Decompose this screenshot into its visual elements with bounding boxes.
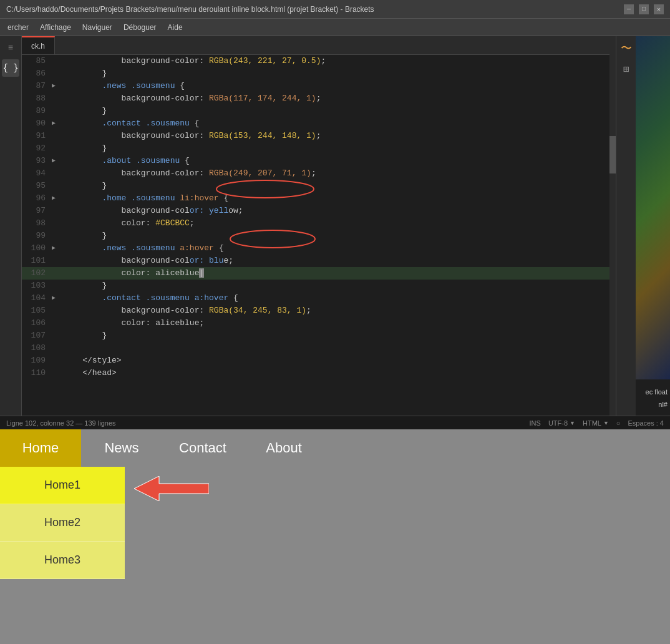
code-line-103: 103 } xyxy=(22,280,609,292)
tab-item[interactable]: ck.h xyxy=(22,36,55,54)
dropdown-home1[interactable]: Home1 xyxy=(0,467,125,504)
code-content: 85 background-color: RGBa(243, 221, 27, … xyxy=(22,55,609,379)
code-line-96: 96 ▶ .home .sousmenu li:hover { xyxy=(22,192,609,205)
line-number: 97 xyxy=(22,205,52,217)
line-code: color: aliceblue| xyxy=(61,267,609,280)
code-line-90: 90 ▶ .contact .sousmenu { xyxy=(22,117,609,130)
code-line-97: 97 background-color: yellow; xyxy=(22,205,609,217)
line-code: } xyxy=(61,230,609,242)
float-text-2: nl# xyxy=(636,398,670,411)
line-code: } xyxy=(61,280,609,292)
dropdown-home2[interactable]: Home2 xyxy=(0,504,125,542)
float-text-1: ec float xyxy=(636,386,670,398)
nav-item-home[interactable]: Home xyxy=(0,429,81,467)
status-language: HTML ▼ xyxy=(583,419,609,427)
line-code: } xyxy=(61,105,609,117)
sidebar-file-icon[interactable]: ≡ xyxy=(2,39,19,57)
line-code: color: aliceblue; xyxy=(61,317,609,329)
line-number: 89 xyxy=(22,105,52,117)
nav-home-label: Home xyxy=(22,440,59,456)
encoding-label: UTF-8 xyxy=(548,419,568,427)
maximize-button[interactable]: □ xyxy=(639,4,649,14)
line-number: 98 xyxy=(22,217,52,230)
line-number: 94 xyxy=(22,167,52,180)
line-code: background-color: RGBa(34, 245, 83, 1); xyxy=(61,305,609,317)
code-line-91: 91 background-color: RGBa(153, 244, 148,… xyxy=(22,130,609,142)
code-line-105: 105 background-color: RGBa(34, 245, 83, … xyxy=(22,305,609,317)
window-controls[interactable]: — □ ✕ xyxy=(624,4,664,14)
line-code: background-color: RGBa(117, 174, 244, 1)… xyxy=(61,92,609,105)
line-number: 86 xyxy=(22,67,52,80)
line-code: background-color: yellow; xyxy=(61,205,609,217)
nav-news-label: News xyxy=(104,440,138,456)
line-code: background-color: RGBa(249, 207, 71, 1); xyxy=(61,167,609,180)
line-number: 95 xyxy=(22,180,52,192)
line-code: .about .sousmenu { xyxy=(61,155,609,167)
line-number: 107 xyxy=(22,329,52,342)
line-number: 91 xyxy=(22,130,52,142)
line-number: 101 xyxy=(22,255,52,267)
line-code: background-color: blue; xyxy=(61,255,609,267)
title-bar: C:/Users/haddo/Documents/Projets Bracket… xyxy=(0,0,670,19)
scrollbar-thumb[interactable] xyxy=(609,136,616,173)
line-number: 93 xyxy=(22,155,52,167)
menu-aide[interactable]: Aide xyxy=(163,21,188,34)
nav-item-contact[interactable]: Contact xyxy=(162,429,243,467)
language-label: HTML xyxy=(583,419,601,427)
code-line-95: 95 } xyxy=(22,180,609,192)
dropdown-area: Home1 Home2 Home3 fa xyxy=(0,467,670,644)
nav-contact-label: Contact xyxy=(179,440,226,456)
line-number: 109 xyxy=(22,354,52,367)
line-number: 104 xyxy=(22,292,52,305)
editor-tab: ck.h xyxy=(22,36,609,55)
dropdown-home2-label: Home2 xyxy=(44,516,80,529)
menu-search[interactable]: ercher xyxy=(2,21,34,34)
status-bar: Ligne 102, colonne 32 — 139 lignes INS U… xyxy=(0,416,670,429)
line-code: } xyxy=(61,142,609,155)
code-line-104: 104 ▶ .contact .sousmenu a:hover { xyxy=(22,292,609,305)
minimize-button[interactable]: — xyxy=(624,4,634,14)
menu-naviguer[interactable]: Naviguer xyxy=(77,21,117,34)
scrollbar[interactable] xyxy=(609,36,616,416)
line-code: } xyxy=(61,329,609,342)
line-code: .contact .sousmenu a:hover { xyxy=(61,292,609,305)
nav-item-news[interactable]: News xyxy=(81,429,162,467)
code-line-101: 101 background-color: blue; xyxy=(22,255,609,267)
status-circle: ○ xyxy=(616,419,621,427)
line-code: </style> xyxy=(61,354,609,367)
code-line-110: 110 </head> xyxy=(22,367,609,379)
menu-deboguer[interactable]: Déboguer xyxy=(119,21,162,34)
line-number: 96 xyxy=(22,192,52,205)
preview-area: Home News Contact About Home1 Home2 Home… xyxy=(0,429,670,644)
code-line-93: 93 ▶ .about .sousmenu { xyxy=(22,155,609,167)
dropdown-home3-label: Home3 xyxy=(44,554,80,567)
window-title: C:/Users/haddo/Documents/Projets Bracket… xyxy=(6,5,374,14)
dropdown-home1-label: Home1 xyxy=(44,479,80,492)
right-panel: ec float nl# xyxy=(636,36,670,416)
line-number: 99 xyxy=(22,230,52,242)
line-number: 102 xyxy=(22,267,52,280)
code-line-102: 102 color: aliceblue| xyxy=(22,267,609,280)
status-encoding: UTF-8 ▼ xyxy=(548,419,575,427)
right-icon-layers[interactable]: ⊞ xyxy=(618,61,635,78)
line-number: 92 xyxy=(22,142,52,155)
sidebar-code-icon[interactable]: { } xyxy=(2,59,19,77)
dropdown-home3[interactable]: Home3 xyxy=(0,542,125,579)
code-line-98: 98 color: #CBCBCC; xyxy=(22,217,609,230)
status-right: INS UTF-8 ▼ HTML ▼ ○ Espaces : 4 xyxy=(530,419,664,427)
line-code: color: #CBCBCC; xyxy=(61,217,609,230)
line-code: } xyxy=(61,67,609,80)
dropdown-column: Home1 Home2 Home3 xyxy=(0,467,125,644)
menu-affichage[interactable]: Affichage xyxy=(35,21,76,34)
right-icon-wave[interactable]: 〜 xyxy=(618,39,635,57)
arrow-svg xyxy=(134,476,209,501)
code-editor[interactable]: ck.h 85 background-color: RGBa(243, 221,… xyxy=(22,36,609,416)
line-code: </head> xyxy=(61,367,609,379)
line-number: 106 xyxy=(22,317,52,329)
line-number: 90 xyxy=(22,117,52,130)
line-number: 85 xyxy=(22,55,52,67)
code-line-106: 106 color: aliceblue; xyxy=(22,317,609,329)
nav-item-about[interactable]: About xyxy=(243,429,324,467)
close-button[interactable]: ✕ xyxy=(654,4,664,14)
code-line-99: 99 } xyxy=(22,230,609,242)
